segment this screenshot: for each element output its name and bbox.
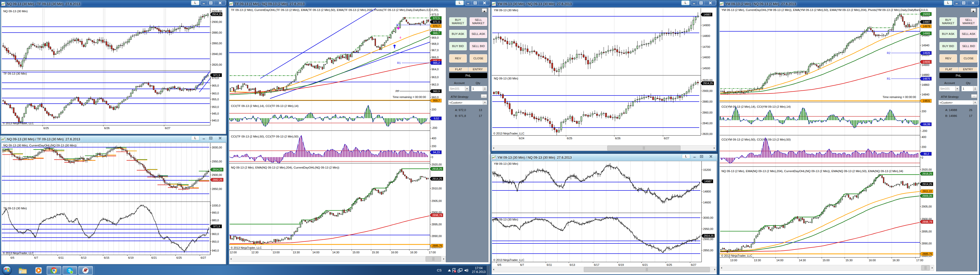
- svg-text:969,7: 969,7: [433, 32, 440, 35]
- svg-text:R1: R1: [887, 77, 891, 80]
- svg-text:YM 09-13 (30 Min): YM 09-13 (30 Min): [494, 9, 518, 12]
- svg-text:6/19: 6/19: [128, 256, 134, 259]
- svg-text:2895,00: 2895,00: [431, 223, 442, 226]
- svg-text:2905,00: 2905,00: [921, 205, 932, 208]
- svg-text:15:00: 15:00: [352, 251, 360, 254]
- svg-text:CCI(YM 09-13 (2 Min),14), CCI(: CCI(YM 09-13 (2 Min),14), CCI(YM 09-13 (…: [721, 105, 791, 108]
- svg-text:6/25: 6/25: [43, 126, 49, 130]
- svg-text:14840: 14840: [921, 93, 929, 96]
- svg-text:200: 200: [431, 145, 436, 148]
- svg-text:© 2013 NinjaTrader, LLC: © 2013 NinjaTrader, LLC: [231, 246, 262, 249]
- svg-text:967,0: 967,0: [431, 49, 439, 52]
- svg-text:-200: -200: [921, 130, 927, 133]
- svg-text:2880,00: 2880,00: [702, 100, 713, 103]
- svg-text:945,0: 945,0: [212, 112, 219, 115]
- svg-text:950,0: 950,0: [212, 106, 219, 109]
- svg-text:12:30: 12:30: [251, 251, 259, 254]
- svg-text:Time remaining = 00:00:00: Time remaining = 00:00:00: [883, 95, 916, 98]
- svg-text:940,0: 940,0: [212, 249, 219, 252]
- svg-text:14978: 14978: [923, 25, 930, 28]
- svg-text:14987: 14987: [923, 21, 930, 24]
- svg-text:14700: 14700: [702, 45, 710, 48]
- svg-text:6/25: 6/25: [177, 256, 182, 259]
- svg-text:964,0: 964,0: [431, 68, 439, 71]
- svg-text:2914,25: 2914,25: [704, 234, 714, 237]
- svg-text:14:30: 14:30: [799, 259, 806, 262]
- svg-text:14831: 14831: [923, 99, 930, 102]
- svg-text:2898,79: 2898,79: [922, 220, 932, 223]
- svg-text:CCI(TF 09-13 (2 Min),50), CCI(: CCI(TF 09-13 (2 Min),50), CCI(TF 09-13 (…: [231, 135, 299, 138]
- svg-text:2840,00: 2840,00: [702, 122, 713, 125]
- svg-text:13:30: 13:30: [754, 259, 761, 262]
- svg-text:14880: 14880: [921, 73, 929, 76]
- svg-text:950,0: 950,0: [212, 240, 219, 243]
- svg-text:14900: 14900: [702, 24, 710, 27]
- svg-text:14800: 14800: [703, 190, 711, 193]
- svg-text:TF 09-13 (2 Min), CurrentDayOH: TF 09-13 (2 Min), CurrentDayOHL(TF 09-13…: [231, 8, 439, 11]
- svg-text:© 2013 NinjaTrader, LLC: © 2013 NinjaTrader, LLC: [493, 132, 524, 135]
- svg-text:14500: 14500: [702, 67, 710, 70]
- svg-text:2909,35: 2909,35: [922, 194, 932, 198]
- svg-text:6/25: 6/25: [567, 137, 572, 140]
- svg-text:971,9: 971,9: [213, 225, 220, 228]
- svg-text:2900,00: 2900,00: [212, 174, 222, 177]
- svg-text:14906: 14906: [923, 60, 930, 63]
- svg-text:6/5: 6/5: [497, 263, 501, 266]
- svg-text:YM 09-13 (2 Min), CurrentDayOH: YM 09-13 (2 Min), CurrentDayOHL(YM 09-13…: [721, 8, 928, 11]
- svg-text:CCI(TF 09-13 (2 Min),14), CCI(: CCI(TF 09-13 (2 Min),14), CCI(TF 09-13 (…: [231, 104, 299, 107]
- svg-text:966,0: 966,0: [431, 56, 439, 59]
- svg-text:6/21: 6/21: [642, 263, 648, 266]
- svg-text:2914,25: 2914,25: [213, 168, 222, 171]
- svg-text:6/26: 6/26: [615, 137, 620, 140]
- svg-text:962,0: 962,0: [431, 83, 439, 86]
- svg-text:400: 400: [921, 136, 926, 139]
- svg-text:14875: 14875: [923, 77, 930, 80]
- svg-text:980,0: 980,0: [212, 219, 219, 222]
- svg-text:14926: 14926: [923, 51, 930, 54]
- svg-text:959,7: 959,7: [433, 99, 440, 102]
- svg-text:965,0: 965,0: [212, 84, 219, 87]
- svg-text:940,0: 940,0: [212, 119, 219, 122]
- svg-text:14:00: 14:00: [312, 251, 320, 254]
- svg-text:-56,99: -56,99: [923, 123, 930, 126]
- svg-text:2914,25: 2914,25: [922, 183, 932, 186]
- svg-text:17:00: 17:00: [429, 251, 436, 254]
- svg-text:2910,00: 2910,00: [431, 187, 442, 190]
- svg-text:14900: 14900: [921, 63, 929, 66]
- svg-text:94,23: 94,23: [433, 151, 440, 154]
- svg-text:13:30: 13:30: [293, 251, 300, 254]
- svg-text:CCI(YM 09-13 (2 Min),50), CCI(: CCI(YM 09-13 (2 Min),50), CCI(YM 09-13 (…: [721, 138, 791, 141]
- svg-text:17:00: 17:00: [916, 259, 923, 262]
- svg-text:NQ 09-13 (2 Min), EMA(NQ 09-13: NQ 09-13 (2 Min), EMA(NQ 09-13 (2 Min),2…: [721, 169, 903, 173]
- svg-text:16:30: 16:30: [410, 251, 417, 254]
- svg-text:990,0: 990,0: [212, 211, 219, 214]
- svg-text:2885,75: 2885,75: [922, 252, 932, 255]
- svg-text:16:00: 16:00: [391, 251, 398, 254]
- svg-text:2890,00: 2890,00: [431, 234, 442, 237]
- svg-text:15:30: 15:30: [845, 259, 853, 262]
- svg-text:2820,00: 2820,00: [702, 133, 713, 136]
- svg-text:16:00: 16:00: [869, 259, 876, 262]
- svg-text:200: 200: [921, 145, 926, 149]
- svg-text:15003: 15003: [923, 13, 930, 16]
- svg-text:2850,00: 2850,00: [703, 249, 713, 252]
- svg-text:2914,25: 2914,25: [703, 82, 713, 85]
- svg-text:6/7: 6/7: [520, 263, 524, 266]
- svg-text:14600: 14600: [703, 201, 711, 204]
- svg-text:TF 09-13 (30 Min): TF 09-13 (30 Min): [3, 72, 27, 75]
- svg-text:R2: R2: [396, 24, 400, 27]
- svg-text:0: 0: [921, 156, 923, 159]
- svg-text:2918,25: 2918,25: [432, 167, 442, 170]
- svg-text:PP: PP: [396, 90, 399, 93]
- svg-text:2880,00: 2880,00: [212, 31, 222, 34]
- svg-text:963,0: 963,0: [431, 76, 439, 79]
- svg-text:14600: 14600: [702, 56, 710, 59]
- svg-text:NQ 09-13 (2 Min), EMA(NQ 09-13: NQ 09-13 (2 Min), EMA(NQ 09-13 (2 Min),2…: [231, 166, 339, 169]
- svg-text:6/17: 6/17: [594, 263, 599, 266]
- svg-text:14965: 14965: [923, 32, 930, 35]
- svg-text:969,0: 969,0: [431, 36, 439, 39]
- svg-text:NQ 09-13 (30 Min): NQ 09-13 (30 Min): [3, 9, 27, 13]
- svg-text:6/11: 6/11: [59, 256, 64, 259]
- svg-text:14800: 14800: [702, 34, 710, 38]
- svg-text:6/27: 6/27: [664, 137, 669, 140]
